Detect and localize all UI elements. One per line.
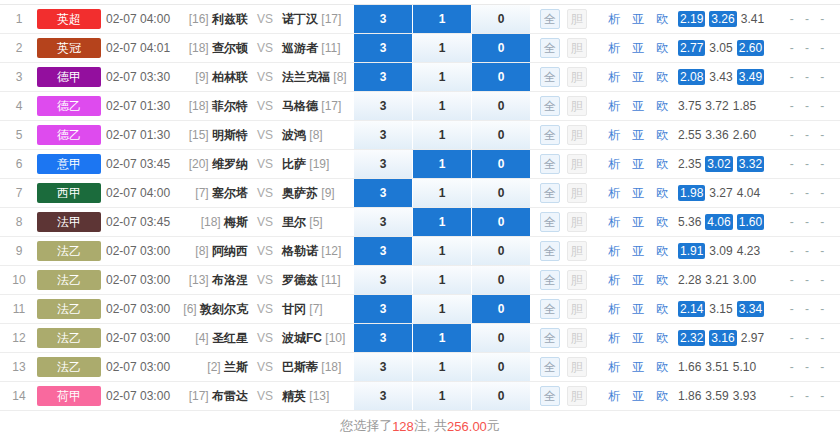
pick-1-button[interactable]: 1: [413, 353, 472, 381]
pick-0-button[interactable]: 0: [472, 266, 530, 294]
link-亚[interactable]: 亚: [632, 359, 644, 376]
pick-3-button[interactable]: 3: [354, 353, 413, 381]
link-亚[interactable]: 亚: [632, 272, 644, 289]
link-欧[interactable]: 欧: [656, 40, 668, 57]
link-欧[interactable]: 欧: [656, 359, 668, 376]
pick-3-button[interactable]: 3: [354, 34, 413, 62]
dan-button[interactable]: 胆: [567, 212, 587, 232]
select-all-button[interactable]: 全: [540, 386, 560, 406]
link-亚[interactable]: 亚: [632, 156, 644, 173]
pick-1-button[interactable]: 1: [413, 5, 472, 33]
pick-1-button[interactable]: 1: [413, 266, 472, 294]
pick-0-button[interactable]: 0: [472, 121, 530, 149]
select-all-button[interactable]: 全: [540, 299, 560, 319]
pick-0-button[interactable]: 0: [472, 150, 530, 178]
select-all-button[interactable]: 全: [540, 212, 560, 232]
link-析[interactable]: 析: [608, 214, 620, 231]
link-析[interactable]: 析: [608, 156, 620, 173]
pick-1-button[interactable]: 1: [413, 295, 472, 323]
pick-0-button[interactable]: 0: [472, 353, 530, 381]
link-析[interactable]: 析: [608, 388, 620, 405]
dan-button[interactable]: 胆: [567, 357, 587, 377]
pick-0-button[interactable]: 0: [472, 208, 530, 236]
pick-1-button[interactable]: 1: [413, 179, 472, 207]
select-all-button[interactable]: 全: [540, 96, 560, 116]
pick-0-button[interactable]: 0: [472, 5, 530, 33]
link-欧[interactable]: 欧: [656, 301, 668, 318]
link-析[interactable]: 析: [608, 11, 620, 28]
link-析[interactable]: 析: [608, 243, 620, 260]
pick-3-button[interactable]: 3: [354, 208, 413, 236]
link-析[interactable]: 析: [608, 301, 620, 318]
link-析[interactable]: 析: [608, 272, 620, 289]
link-亚[interactable]: 亚: [632, 185, 644, 202]
link-析[interactable]: 析: [608, 98, 620, 115]
link-析[interactable]: 析: [608, 69, 620, 86]
dan-button[interactable]: 胆: [567, 125, 587, 145]
pick-0-button[interactable]: 0: [472, 34, 530, 62]
link-析[interactable]: 析: [608, 40, 620, 57]
link-亚[interactable]: 亚: [632, 127, 644, 144]
pick-0-button[interactable]: 0: [472, 179, 530, 207]
dan-button[interactable]: 胆: [567, 328, 587, 348]
dan-button[interactable]: 胆: [567, 183, 587, 203]
link-欧[interactable]: 欧: [656, 156, 668, 173]
pick-0-button[interactable]: 0: [472, 92, 530, 120]
link-析[interactable]: 析: [608, 330, 620, 347]
pick-0-button[interactable]: 0: [472, 237, 530, 265]
pick-1-button[interactable]: 1: [413, 237, 472, 265]
pick-1-button[interactable]: 1: [413, 324, 472, 352]
link-欧[interactable]: 欧: [656, 69, 668, 86]
select-all-button[interactable]: 全: [540, 241, 560, 261]
link-析[interactable]: 析: [608, 127, 620, 144]
link-欧[interactable]: 欧: [656, 214, 668, 231]
pick-1-button[interactable]: 1: [413, 382, 472, 410]
link-析[interactable]: 析: [608, 359, 620, 376]
link-亚[interactable]: 亚: [632, 214, 644, 231]
dan-button[interactable]: 胆: [567, 270, 587, 290]
pick-3-button[interactable]: 3: [354, 382, 413, 410]
link-亚[interactable]: 亚: [632, 243, 644, 260]
pick-3-button[interactable]: 3: [354, 237, 413, 265]
dan-button[interactable]: 胆: [567, 299, 587, 319]
dan-button[interactable]: 胆: [567, 386, 587, 406]
pick-3-button[interactable]: 3: [354, 121, 413, 149]
link-亚[interactable]: 亚: [632, 11, 644, 28]
select-all-button[interactable]: 全: [540, 67, 560, 87]
dan-button[interactable]: 胆: [567, 96, 587, 116]
pick-0-button[interactable]: 0: [472, 295, 530, 323]
link-亚[interactable]: 亚: [632, 69, 644, 86]
pick-0-button[interactable]: 0: [472, 382, 530, 410]
select-all-button[interactable]: 全: [540, 183, 560, 203]
pick-1-button[interactable]: 1: [413, 121, 472, 149]
link-欧[interactable]: 欧: [656, 388, 668, 405]
pick-0-button[interactable]: 0: [472, 324, 530, 352]
pick-3-button[interactable]: 3: [354, 5, 413, 33]
link-欧[interactable]: 欧: [656, 330, 668, 347]
select-all-button[interactable]: 全: [540, 154, 560, 174]
pick-3-button[interactable]: 3: [354, 63, 413, 91]
link-欧[interactable]: 欧: [656, 11, 668, 28]
select-all-button[interactable]: 全: [540, 270, 560, 290]
pick-3-button[interactable]: 3: [354, 324, 413, 352]
pick-1-button[interactable]: 1: [413, 34, 472, 62]
pick-1-button[interactable]: 1: [413, 150, 472, 178]
pick-3-button[interactable]: 3: [354, 92, 413, 120]
dan-button[interactable]: 胆: [567, 38, 587, 58]
dan-button[interactable]: 胆: [567, 67, 587, 87]
dan-button[interactable]: 胆: [567, 154, 587, 174]
select-all-button[interactable]: 全: [540, 125, 560, 145]
pick-1-button[interactable]: 1: [413, 92, 472, 120]
dan-button[interactable]: 胆: [567, 9, 587, 29]
pick-1-button[interactable]: 1: [413, 63, 472, 91]
pick-3-button[interactable]: 3: [354, 266, 413, 294]
link-亚[interactable]: 亚: [632, 98, 644, 115]
link-欧[interactable]: 欧: [656, 272, 668, 289]
link-亚[interactable]: 亚: [632, 301, 644, 318]
select-all-button[interactable]: 全: [540, 357, 560, 377]
dan-button[interactable]: 胆: [567, 241, 587, 261]
link-欧[interactable]: 欧: [656, 127, 668, 144]
pick-0-button[interactable]: 0: [472, 63, 530, 91]
pick-3-button[interactable]: 3: [354, 295, 413, 323]
pick-1-button[interactable]: 1: [413, 208, 472, 236]
